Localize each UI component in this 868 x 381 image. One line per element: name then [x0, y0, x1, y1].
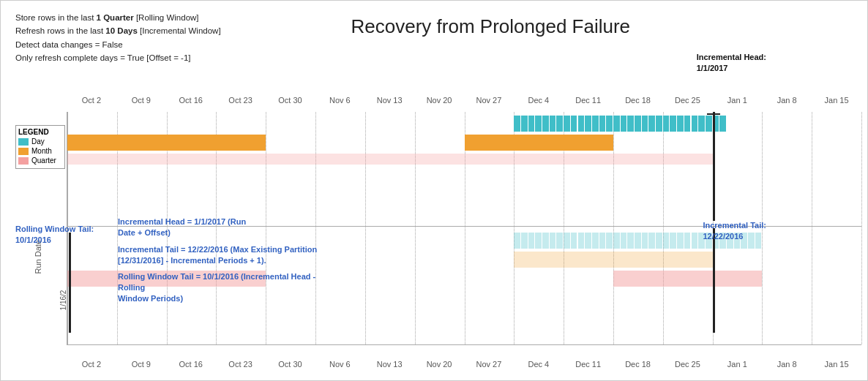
day-block-upper-10-2: [578, 116, 585, 132]
day-block-lower-10-4: [592, 233, 599, 249]
annotation-inc-head-main: Incremental Head = 1/1/2017 (Run: [118, 216, 323, 227]
day-block-lower-9-3: [535, 233, 542, 249]
info-line2-prefix: Refresh rows in the last: [15, 26, 105, 35]
vgrid-6: [365, 112, 366, 344]
day-block-lower-9-2: [528, 233, 535, 249]
legend-title: LEGEND: [18, 128, 62, 136]
day-block-lower-10-1: [571, 233, 577, 249]
day-block-lower2-11-0: [613, 233, 620, 249]
legend-day-label: Day: [31, 137, 45, 146]
x-label-bottom-3: Oct 23: [216, 360, 266, 374]
x-label-top-2: Oct 16: [166, 96, 216, 110]
annotation-incremental-tail-right: Incremental Tail: 12/22/2016: [703, 220, 766, 242]
info-line1-suffix: [Rolling Window]: [134, 13, 199, 22]
annotation-inc-tail-main2: [12/31/2016] - Incremental Periods + 1).: [118, 255, 323, 266]
x-label-top-0: Oct 2: [67, 96, 116, 110]
day-block-upper-9-6: [556, 116, 563, 132]
day-block-lower-10-5: [599, 233, 606, 249]
x-label-bottom-9: Dec 4: [514, 360, 564, 374]
day-block-upper-9-1: [521, 116, 528, 132]
day-block-lower2-11-5: [648, 233, 655, 249]
day-block-lower-10-3: [585, 233, 591, 249]
day-block-lower-10-2: [578, 233, 585, 249]
page-title: Recovery from Prolonged Failure: [351, 15, 631, 38]
legend-item-quarter: Quarter: [18, 156, 62, 165]
day-block-upper-9-4: [542, 116, 549, 132]
annotation-inc-tail-right-line2: 12/22/2016: [703, 231, 766, 242]
day-block-upper-11-2: [627, 116, 634, 132]
legend-quarter-label: Quarter: [31, 156, 56, 165]
x-label-bottom-2: Oct 16: [166, 360, 216, 374]
day-block-upper-10-5: [599, 116, 606, 132]
x-label-bottom-13: Jan 1: [712, 360, 762, 374]
legend-quarter-color: [18, 157, 29, 165]
day-block-upper-11-1: [621, 116, 627, 132]
x-label-top-13: Jan 1: [712, 96, 762, 110]
day-block-upper-11-4: [642, 116, 648, 132]
annotation-inc-head-main2: Date + Offset): [118, 227, 323, 238]
info-line3: Detect data changes = False: [15, 38, 221, 51]
day-block-upper-10-1: [571, 116, 577, 132]
annotation-inc-head-line1: Incremental Head:: [697, 52, 766, 63]
legend-day-color: [18, 138, 29, 146]
vgrid-16: [861, 112, 862, 344]
x-label-bottom-15: Jan 15: [812, 360, 861, 374]
bracket-line: [707, 113, 720, 115]
annotation-inc-head-line2: 1/1/2017: [697, 63, 766, 74]
vgrid-11: [613, 112, 614, 344]
info-line1-bold: 1 Quarter: [97, 13, 134, 22]
x-label-top-9: Dec 4: [514, 96, 564, 110]
info-line2-bold: 10 Days: [105, 26, 137, 35]
x-label-top-12: Dec 25: [663, 96, 713, 110]
vgrid-12: [663, 112, 664, 344]
info-line4: Only refresh complete days = True [Offse…: [15, 51, 221, 64]
day-block-lower-9-0: [514, 233, 520, 249]
x-label-bottom-11: Dec 18: [613, 360, 663, 374]
x-label-top-6: Nov 13: [364, 96, 414, 110]
vgrid-15: [812, 112, 812, 344]
day-block-upper-12-5: [698, 116, 705, 132]
day-block-upper-10-3: [585, 116, 591, 132]
legend-item-day: Day: [18, 137, 62, 146]
day-block-upper-11-0: [613, 116, 620, 132]
annotation-inc-tail-main: Incremental Tail = 12/22/2016 (Max Exist…: [118, 244, 323, 255]
day-block-lower-9-6: [556, 233, 563, 249]
day-block-upper-11-6: [656, 116, 662, 132]
day-block-upper-10-6: [606, 116, 613, 132]
x-axis-top: Oct 2Oct 9Oct 16Oct 23Oct 30Nov 6Nov 13N…: [67, 96, 861, 110]
x-label-bottom-0: Oct 2: [67, 360, 116, 374]
legend-month-color: [18, 148, 29, 155]
x-label-bottom-12: Dec 25: [663, 360, 713, 374]
x-label-bottom-14: Jan 8: [762, 360, 812, 374]
day-block-lower2-12-1: [670, 233, 676, 249]
x-label-top-10: Dec 11: [564, 96, 613, 110]
info-line2-suffix: [Incremental Window]: [138, 26, 221, 35]
bracket-line: [713, 228, 715, 333]
bracket-line: [69, 233, 71, 333]
annotation-rolling-main: Rolling Window Tail = 10/1/2016 (Increme…: [118, 271, 323, 293]
x-label-bottom-6: Nov 13: [364, 360, 414, 374]
x-label-bottom-1: Oct 9: [116, 360, 166, 374]
day-block-lower2-11-1: [621, 233, 627, 249]
x-label-bottom-7: Nov 20: [414, 360, 464, 374]
x-label-bottom-10: Dec 11: [564, 360, 613, 374]
day-block-upper-10-4: [592, 116, 599, 132]
day-block-lower-10-6: [606, 233, 613, 249]
bracket-line: [713, 112, 715, 221]
month-bar-lower: [514, 252, 712, 268]
day-block-lower2-12-4: [692, 233, 698, 249]
x-axis-bottom: Oct 2Oct 9Oct 16Oct 23Oct 30Nov 6Nov 13N…: [67, 360, 861, 374]
x-label-top-5: Nov 6: [315, 96, 364, 110]
annotation-middle: Incremental Head = 1/1/2017 (Run Date + …: [118, 216, 323, 304]
day-block-lower-9-5: [550, 233, 556, 249]
day-block-lower2-12-2: [677, 233, 684, 249]
x-label-bottom-5: Nov 6: [315, 360, 364, 374]
chart-area: Oct 2Oct 9Oct 16Oct 23Oct 30Nov 6Nov 13N…: [15, 96, 861, 374]
legend-item-month: Month: [18, 147, 62, 155]
month-bar-upper-1: [67, 135, 266, 151]
day-block-lower2-12-0: [663, 233, 670, 249]
day-block-lower2-11-2: [627, 233, 634, 249]
day-block-upper-11-3: [635, 116, 641, 132]
annotation-inc-tail-right-line1: Incremental Tail:: [703, 220, 766, 231]
month-bar-upper-3: [489, 135, 613, 151]
